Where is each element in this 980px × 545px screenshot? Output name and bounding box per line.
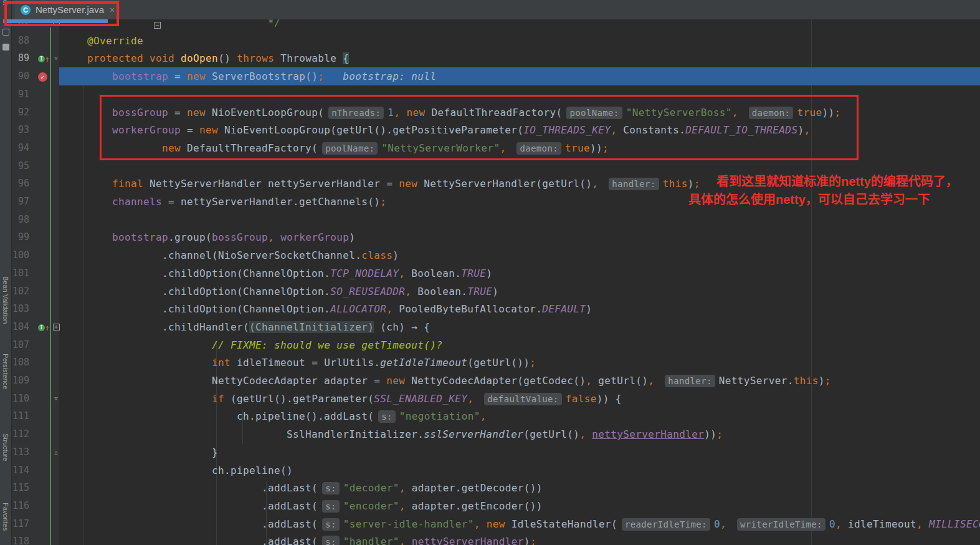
- code-line-108: int idleTimeout = UrlUtils.getIdleTimeou…: [59, 354, 980, 372]
- line-number[interactable]: 107: [12, 336, 29, 354]
- code-line-101: .childOption(ChannelOption.TCP_NODELAY, …: [59, 264, 980, 282]
- line-number[interactable]: 112: [12, 425, 29, 443]
- line-number[interactable]: 89: [12, 49, 29, 67]
- annotation-box-code: [100, 95, 859, 160]
- debugger-inline-value: bootstrap: null: [324, 70, 436, 82]
- line-number[interactable]: 92: [12, 104, 29, 122]
- tool-window-strip: Project Bean Validation Persistence Stru…: [0, 0, 12, 545]
- code-line-117: .addLast(s:"server-idle-handler", new Id…: [59, 515, 980, 533]
- line-number[interactable]: 103: [12, 300, 29, 318]
- annotation-note-line2: 具体的怎么使用netty，可以自己去学习一下: [688, 191, 980, 209]
- code-line-109: NettyCodecAdapter adapter = new NettyCod…: [59, 372, 980, 390]
- parameter-hint: writerIdleTime:: [737, 518, 825, 531]
- line-number[interactable]: 97: [12, 193, 29, 211]
- code-line-115: .addLast(s:"decoder", adapter.getDecoder…: [59, 479, 980, 497]
- editor-tab-bar: C NettyServer.java ×: [12, 0, 980, 19]
- line-number[interactable]: 98: [12, 211, 29, 229]
- code-line-102: .childOption(ChannelOption.SO_REUSEADDR,…: [59, 282, 980, 301]
- code-line-118: .addLast(s:"handler", nettyServerHandler…: [59, 533, 980, 545]
- code-line-104: .childHandler((ChannelInitializer) (ch) …: [59, 318, 980, 336]
- line-number[interactable]: 101: [12, 264, 29, 282]
- code-line-111: ch.pipeline().addLast(s:"negotiation",: [59, 407, 980, 425]
- tool-window-icon[interactable]: [2, 44, 9, 51]
- line-number[interactable]: 99: [12, 228, 29, 246]
- parameter-hint: s:: [378, 410, 396, 423]
- line-number[interactable]: 114: [12, 461, 29, 480]
- overriding-method-icon[interactable]: I↑: [38, 49, 50, 67]
- line-number[interactable]: 111: [12, 407, 29, 425]
- parameter-hint: defaultValue:: [484, 393, 561, 405]
- code-line-90: bootstrap = new ServerBootstrap(); boots…: [59, 67, 980, 85]
- line-number[interactable]: 102: [12, 282, 29, 301]
- line-number[interactable]: 93: [12, 121, 29, 139]
- line-number[interactable]: 95: [12, 157, 29, 175]
- code-line-99: bootstrap.group(bossGroup, workerGroup): [59, 228, 980, 246]
- ide-window: 87− */88 @Override89I↑▽ protected void d…: [0, 0, 980, 545]
- code-line-89: protected void doOpen() throws Throwable…: [59, 49, 980, 67]
- annotation-note-line1: 看到这里就知道标准的netty的编程代码了，: [688, 173, 980, 191]
- annotation-box-tab: [4, 1, 119, 26]
- line-number[interactable]: 110: [12, 390, 29, 408]
- parameter-hint: s:: [322, 536, 340, 545]
- overriding-method-icon[interactable]: I↑: [38, 318, 50, 336]
- code-line-88: @Override: [59, 32, 980, 50]
- line-number[interactable]: 118: [12, 533, 29, 545]
- parameter-hint: s:: [322, 518, 340, 531]
- code-line-112: SslHandlerInitializer.sslServerHandler(g…: [59, 425, 980, 443]
- code-line-103: .childOption(ChannelOption.ALLOCATOR, Po…: [59, 300, 980, 318]
- line-number[interactable]: 104: [12, 318, 29, 336]
- line-number[interactable]: 96: [12, 175, 29, 193]
- vcs-change-bar[interactable]: [50, 27, 51, 545]
- annotation-note: 看到这里就知道标准的netty的编程代码了， 具体的怎么使用netty，可以自己…: [688, 173, 980, 209]
- code-line-116: .addLast(s:"encoder", adapter.getEncoder…: [59, 497, 980, 515]
- code-line-98: [59, 211, 980, 229]
- line-number[interactable]: 90: [12, 67, 29, 85]
- breakpoint-icon[interactable]: ✓: [38, 67, 47, 85]
- fold-region-box[interactable]: −: [154, 22, 161, 29]
- sidebar-item-bean-validation[interactable]: Bean Validation: [2, 276, 9, 324]
- line-number[interactable]: 113: [12, 443, 29, 461]
- line-number[interactable]: 115: [12, 479, 29, 497]
- code-line-114: ch.pipeline(): [59, 461, 980, 480]
- code-editor: 87− */88 @Override89I↑▽ protected void d…: [12, 0, 980, 545]
- line-number[interactable]: 100: [12, 246, 29, 264]
- line-number[interactable]: 94: [12, 139, 29, 157]
- code-line-100: .channel(NioServerSocketChannel.class): [59, 246, 980, 264]
- line-number[interactable]: 108: [12, 354, 29, 372]
- sidebar-item-persistence[interactable]: Persistence: [2, 354, 9, 389]
- code-line-110: if (getUrl().getParameter(SSL_ENABLED_KE…: [59, 390, 980, 408]
- folded-code-chip[interactable]: (ChannelInitializer): [249, 321, 374, 333]
- code-line-113: }: [59, 443, 980, 461]
- parameter-hint: handler:: [665, 375, 715, 387]
- line-number[interactable]: 116: [12, 497, 29, 515]
- parameter-hint: readerIdleTime:: [622, 518, 710, 531]
- parameter-hint: s:: [322, 500, 340, 513]
- sidebar-item-favorites[interactable]: Favorites: [2, 503, 9, 531]
- line-number[interactable]: 88: [12, 32, 29, 50]
- code-line-107: // FIXME: should we use getTimeout()?: [59, 336, 980, 354]
- sidebar-item-structure[interactable]: Structure: [2, 433, 9, 461]
- line-number[interactable]: 91: [12, 85, 29, 104]
- line-number[interactable]: 117: [12, 515, 29, 533]
- tool-window-icon[interactable]: [2, 29, 9, 36]
- parameter-hint: s:: [322, 482, 340, 494]
- line-number[interactable]: 109: [12, 372, 29, 390]
- parameter-hint: handler:: [609, 178, 659, 190]
